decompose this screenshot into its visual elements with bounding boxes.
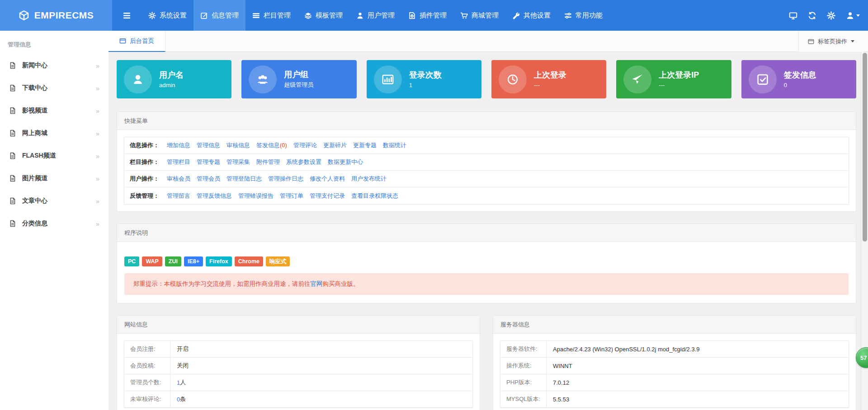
- nav-item-模板管理[interactable]: 模板管理: [297, 0, 349, 31]
- quick-link-审核会员[interactable]: 审核会员: [167, 175, 190, 183]
- hamburger-menu-button[interactable]: [116, 0, 138, 31]
- quick-link-管理反馈信息[interactable]: 管理反馈信息: [197, 192, 232, 200]
- nav-item-label: 信息管理: [212, 11, 239, 20]
- scrollbar-thumb[interactable]: [863, 53, 867, 242]
- refresh-button[interactable]: [808, 11, 816, 20]
- stat-card-title: 签发信息: [784, 70, 816, 80]
- tab-actions-label: 标签页操作: [818, 37, 847, 46]
- sidebar-item-影视频道[interactable]: 影视频道»: [0, 99, 108, 122]
- quick-link-更新碎片[interactable]: 更新碎片: [323, 141, 347, 149]
- quick-link-管理操作日志[interactable]: 管理操作日志: [268, 175, 303, 183]
- check-square-icon: [756, 73, 769, 86]
- stat-card-title: 用户组: [284, 70, 313, 80]
- doc-icon: [9, 175, 16, 182]
- quick-link-更新专题[interactable]: 更新专题: [353, 141, 377, 149]
- quick-link-数据统计[interactable]: 数据统计: [383, 141, 406, 149]
- info-row: 操作系统:WINNT: [500, 358, 849, 374]
- account-icon: [846, 11, 854, 20]
- stat-card-上次登录IP[interactable]: 上次登录IP---: [616, 60, 731, 98]
- nav-item-label: 常用功能: [576, 11, 603, 20]
- stat-card-登录次数[interactable]: 登录次数1: [367, 60, 481, 98]
- quick-link-系统参数设置[interactable]: 系统参数设置: [286, 158, 321, 166]
- sidebar-item-文章中心[interactable]: 文章中心»: [0, 190, 108, 212]
- info-row-link[interactable]: 1: [177, 379, 180, 386]
- quick-link-增加信息[interactable]: 增加信息: [167, 141, 190, 149]
- stat-card-用户组[interactable]: 用户组超级管理员: [241, 60, 356, 98]
- badge-响应式: 响应式: [266, 256, 290, 266]
- nav-item-其他设置[interactable]: 其他设置: [505, 0, 557, 31]
- info-row-value: 0 条: [170, 391, 186, 407]
- quick-link-管理会员[interactable]: 管理会员: [197, 175, 220, 183]
- nav-item-label: 栏目管理: [264, 11, 291, 20]
- hamburger-icon: [122, 12, 132, 19]
- compatibility-badges: PCWAPZUIIE8+FirefoxChrome响应式: [124, 256, 849, 266]
- gear-button[interactable]: [827, 11, 835, 20]
- info-row-link[interactable]: 0: [177, 396, 180, 403]
- quick-link-审核信息[interactable]: 审核信息: [226, 141, 250, 149]
- info-row-value: WINNT: [547, 358, 572, 374]
- account-button[interactable]: [846, 11, 860, 20]
- quick-menu-panel: 快捷菜单 信息操作：增加信息管理信息审核信息签发信息(0)管理评论更新碎片更新专…: [117, 112, 856, 212]
- quick-menu-row-label: 信息操作：: [130, 141, 167, 149]
- stat-card-value: admin: [159, 82, 184, 89]
- quick-link-管理登陆日志[interactable]: 管理登陆日志: [226, 175, 262, 183]
- nav-item-栏目管理[interactable]: 栏目管理: [245, 0, 297, 31]
- caret-down-icon: [851, 40, 854, 42]
- quick-link-管理错误报告[interactable]: 管理错误报告: [238, 192, 274, 200]
- nav-item-信息管理[interactable]: 信息管理: [193, 0, 245, 31]
- sidebar-item-新闻中心[interactable]: 新闻中心»: [0, 54, 108, 77]
- quick-link-管理信息[interactable]: 管理信息: [197, 141, 220, 149]
- stat-card-上次登录[interactable]: 上次登录---: [491, 60, 606, 98]
- sidebar-item-图片频道[interactable]: 图片频道»: [0, 167, 108, 190]
- sidebar-item-label: 文章中心: [22, 197, 47, 205]
- quick-link-管理专题[interactable]: 管理专题: [197, 158, 220, 166]
- stat-card-用户名[interactable]: 用户名admin: [117, 60, 231, 98]
- official-site-link[interactable]: 官网: [311, 280, 323, 288]
- sidebar-item-FLASH频道[interactable]: FLASH频道»: [0, 144, 108, 167]
- about-title: 程序说明: [117, 224, 856, 242]
- sidebar-item-下载中心[interactable]: 下载中心»: [0, 77, 108, 99]
- quick-link-管理留言[interactable]: 管理留言: [167, 192, 190, 200]
- stat-card-text: 用户名admin: [159, 70, 184, 89]
- quick-link-查看目录权限状态[interactable]: 查看目录权限状态: [351, 192, 398, 200]
- nav-item-插件管理[interactable]: 插件管理: [401, 0, 453, 31]
- stat-card-text: 上次登录---: [534, 70, 566, 89]
- license-alert-text: 郑重提示：本模版作为学习交流使用，如需用作商业用途，请前往: [133, 280, 311, 288]
- info-row: 会员注册:开启: [124, 341, 472, 358]
- tab-dashboard[interactable]: 后台首页: [108, 31, 165, 52]
- stat-card-text: 签发信息0: [784, 70, 816, 89]
- info-row-label: 会员注册:: [124, 341, 170, 357]
- nav-item-常用功能[interactable]: 常用功能: [557, 0, 609, 31]
- quick-link-签发信息[interactable]: 签发信息(0): [256, 141, 287, 149]
- sliders-icon: [564, 12, 572, 19]
- info-row-value: 5.5.53: [547, 391, 569, 407]
- sidebar-item-分类信息[interactable]: 分类信息»: [0, 212, 108, 235]
- quick-link-管理支付记录[interactable]: 管理支付记录: [310, 192, 345, 200]
- quick-link-修改个人资料[interactable]: 修改个人资料: [310, 175, 345, 183]
- info-row: 服务器软件:Apache/2.4.23 (Win32) OpenSSL/1.0.…: [500, 341, 849, 358]
- user-icon: [356, 12, 364, 19]
- nav-item-用户管理[interactable]: 用户管理: [349, 0, 401, 31]
- info-row-value: 1 人: [170, 374, 186, 391]
- chevron-double-right-icon: »: [96, 107, 99, 115]
- doc-icon: [9, 84, 16, 92]
- quick-link-数据更新中心[interactable]: 数据更新中心: [328, 158, 363, 166]
- app-logo: EMPIRECMS: [0, 0, 112, 31]
- nav-item-商城管理[interactable]: 商城管理: [453, 0, 505, 31]
- quick-link-管理采集[interactable]: 管理采集: [226, 158, 250, 166]
- quick-link-管理订单[interactable]: 管理订单: [280, 192, 303, 200]
- stat-card-签发信息[interactable]: 签发信息0: [741, 60, 856, 98]
- doc-icon: [9, 197, 16, 205]
- stat-card-icon-circle: [124, 65, 152, 93]
- quick-link-管理评论[interactable]: 管理评论: [293, 141, 317, 149]
- quick-link-管理栏目[interactable]: 管理栏目: [167, 158, 190, 166]
- quick-link-用户发布统计[interactable]: 用户发布统计: [351, 175, 387, 183]
- tab-actions-button[interactable]: 标签页操作: [798, 31, 863, 52]
- info-row-label: 服务器软件:: [500, 341, 547, 357]
- quick-link-附件管理[interactable]: 附件管理: [256, 158, 280, 166]
- sidebar-item-label: 网上商城: [22, 129, 47, 137]
- info-row-value: Apache/2.4.23 (Win32) OpenSSL/1.0.2j mod…: [547, 341, 699, 357]
- monitor-button[interactable]: [789, 11, 797, 20]
- sidebar-item-网上商城[interactable]: 网上商城»: [0, 122, 108, 144]
- nav-item-系统设置[interactable]: 系统设置: [142, 0, 193, 31]
